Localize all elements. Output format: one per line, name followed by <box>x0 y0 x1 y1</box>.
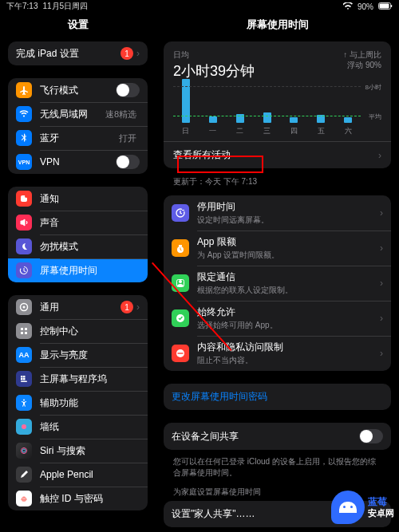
restrictions-icon <box>172 345 189 362</box>
vpn-icon: VPN <box>16 154 32 170</box>
siri-icon <box>16 443 32 459</box>
chart-delta: ↑ 与上周比 浮动 90% <box>343 49 381 70</box>
svg-point-19 <box>22 449 26 452</box>
sidebar-item-label: 墙纸 <box>40 420 140 434</box>
always-allow-icon <box>172 309 189 327</box>
settings-sidebar[interactable]: 完成 iPad 设置 1 › 飞行模式 无线局域网 速8精选 <box>0 37 156 532</box>
watermark: 蓝莓安卓网 <box>331 491 394 524</box>
sidebar-item-label: 通用 <box>40 301 120 314</box>
sidebar-item-control-center[interactable]: 控制中心 <box>8 319 148 343</box>
chevron-right-icon: › <box>378 150 381 161</box>
sidebar-item-display[interactable]: AA 显示与亮度 <box>8 343 148 367</box>
svg-point-4 <box>25 195 28 198</box>
view-all-activity-row[interactable]: 查看所有活动 › <box>164 141 391 168</box>
sidebar-item-finish-setup[interactable]: 完成 iPad 设置 1 › <box>8 41 148 65</box>
sidebar-item-label: Apple Pencil <box>40 469 140 480</box>
dnd-icon <box>16 238 32 254</box>
sidebar-item-label: VPN <box>40 156 116 167</box>
svg-point-16 <box>23 400 25 401</box>
battery-icon <box>378 2 393 11</box>
svg-rect-12 <box>23 376 26 378</box>
airplane-icon <box>16 82 32 98</box>
status-time: 下午7:13 <box>6 1 38 12</box>
sidebar-item-screentime[interactable]: 屏幕使用时间 <box>8 258 148 282</box>
notifications-icon <box>16 191 32 207</box>
usage-chart-card: 日均 2小时39分钟 ↑ 与上周比 浮动 90% 8小时 平均 日一二三四五六 … <box>164 41 391 168</box>
svg-rect-13 <box>21 378 23 380</box>
chevron-right-icon: › <box>380 313 383 324</box>
sidebar-item-airplane[interactable]: 飞行模式 <box>8 78 148 102</box>
screentime-title: 屏幕使用时间 <box>156 13 399 37</box>
title-bar: 设置 屏幕使用时间 <box>0 13 399 37</box>
chevron-right-icon: › <box>380 207 383 219</box>
feature-always-allow[interactable]: 始终允许选择始终可用的 App。 › <box>164 301 391 336</box>
sidebar-item-wifi[interactable]: 无线局域网 速8精选 <box>8 102 148 126</box>
accessibility-icon <box>16 395 32 411</box>
sidebar-item-accessibility[interactable]: 辅助功能 <box>8 391 148 415</box>
sidebar-item-sound[interactable]: 声音 <box>8 211 148 234</box>
airplane-toggle[interactable] <box>116 83 140 97</box>
screentime-icon <box>16 262 32 278</box>
sidebar-item-label: Siri 与搜索 <box>40 444 140 458</box>
touchid-icon <box>16 491 32 506</box>
share-note: 您可以在任何已登录 iCloud 的设备上启用，以报告您的综合屏幕使用时间。 <box>164 453 391 487</box>
sidebar-item-label: 完成 iPad 设置 <box>16 47 120 61</box>
svg-point-24 <box>179 280 182 283</box>
svg-rect-2 <box>391 5 392 7</box>
chevron-right-icon: › <box>136 301 140 313</box>
sidebar-item-touchid[interactable]: 触控 ID 与密码 <box>8 487 148 510</box>
wifi-icon <box>16 106 32 122</box>
svg-point-6 <box>23 306 26 309</box>
chevron-right-icon: › <box>136 48 140 59</box>
general-badge: 1 <box>120 301 133 313</box>
sidebar-item-wallpaper[interactable]: 墙纸 <box>8 415 148 439</box>
svg-rect-22 <box>182 210 184 211</box>
control-center-icon <box>16 323 32 339</box>
sidebar-item-dnd[interactable]: 勿扰模式 <box>8 234 148 258</box>
sidebar-item-homescreen[interactable]: 主屏幕与程序坞 <box>8 367 148 391</box>
bluetooth-icon <box>16 130 32 146</box>
chart-updated: 更新于：今天 下午 7:13 <box>164 175 391 195</box>
svg-rect-15 <box>21 381 27 383</box>
change-passcode-button[interactable]: 更改屏幕使用时间密码 <box>164 384 391 410</box>
sidebar-item-vpn[interactable]: VPN VPN <box>8 150 148 174</box>
sidebar-item-label: 控制中心 <box>40 325 140 338</box>
sidebar-item-label: 蓝牙 <box>40 132 119 145</box>
wifi-detail: 速8精选 <box>105 108 136 120</box>
chart-avg-label: 日均 <box>173 49 255 61</box>
sidebar-item-siri[interactable]: Siri 与搜索 <box>8 439 148 463</box>
chart-avg-value: 2小时39分钟 <box>173 61 255 81</box>
svg-rect-8 <box>25 328 27 330</box>
sidebar-item-label: 主屏幕与程序坞 <box>40 372 140 386</box>
feature-downtime[interactable]: 停用时间设定时间远离屏幕。 › <box>164 195 391 231</box>
feature-applimits[interactable]: App 限额为 App 设置时间限额。 › <box>164 231 391 266</box>
svg-rect-14 <box>23 378 26 380</box>
sidebar-item-pencil[interactable]: Apple Pencil <box>8 463 148 487</box>
sidebar-item-label: 无线局域网 <box>40 108 105 121</box>
sidebar-item-label: 屏幕使用时间 <box>40 264 140 278</box>
status-bar: 下午7:13 11月5日周四 90% <box>0 0 399 13</box>
settings-title: 设置 <box>0 13 156 37</box>
chevron-right-icon: › <box>380 242 383 254</box>
homescreen-icon <box>16 371 32 387</box>
sidebar-item-general[interactable]: 通用 1 › <box>8 295 148 319</box>
feature-restrictions[interactable]: 内容和隐私访问限制阻止不当内容。 › <box>164 336 391 371</box>
share-toggle[interactable] <box>359 429 383 443</box>
feature-communication[interactable]: 限定通信根据您的联系人设定限制。 › <box>164 266 391 301</box>
status-date: 11月5日周四 <box>42 1 88 12</box>
screentime-detail[interactable]: 日均 2小时39分钟 ↑ 与上周比 浮动 90% 8小时 平均 日一二三四五六 … <box>156 37 399 532</box>
sidebar-item-label: 声音 <box>40 216 140 230</box>
communication-icon <box>172 274 189 292</box>
battery-percent: 90% <box>358 2 373 11</box>
sidebar-item-label: 勿扰模式 <box>40 240 140 254</box>
vpn-toggle[interactable] <box>116 155 140 169</box>
sidebar-item-label: 飞行模式 <box>40 84 116 97</box>
svg-point-17 <box>22 424 26 429</box>
sidebar-item-bluetooth[interactable]: 蓝牙 打开 <box>8 126 148 150</box>
share-across-devices-row[interactable]: 在设备之间共享 <box>164 423 391 450</box>
svg-rect-9 <box>21 332 23 334</box>
applimits-icon <box>172 239 189 257</box>
sidebar-item-notifications[interactable]: 通知 <box>8 187 148 211</box>
svg-rect-7 <box>21 328 23 330</box>
sidebar-item-label: 显示与亮度 <box>40 349 140 362</box>
